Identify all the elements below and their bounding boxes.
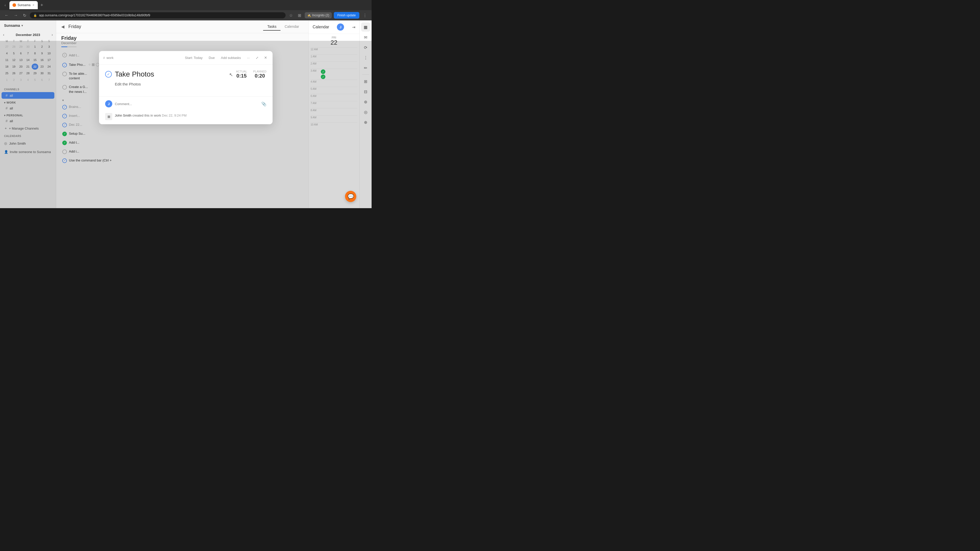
finish-update-button[interactable]: Finish update <box>334 12 360 19</box>
modal-channel: # work <box>103 56 114 60</box>
task-modal: # work Start: Today Due Add subtasks ···… <box>99 51 272 124</box>
modal-add-subtasks-btn[interactable]: Add subtasks <box>219 55 243 61</box>
calendar-title: December 2023 <box>16 33 40 37</box>
right-panel-expand-btn[interactable]: ⇥ <box>352 25 355 30</box>
calendar-header: ‹ December 2023 › <box>3 33 53 37</box>
modal-activity: ▦ John Smith created this in work Dec 22… <box>99 111 272 124</box>
tab-calendar[interactable]: Calendar <box>280 23 303 30</box>
actual-label: ACTUAL <box>236 70 247 73</box>
comment-attach-btn[interactable]: 📎 <box>261 102 266 106</box>
url-text: app.sunsama.com/group/17031827644696380?… <box>39 14 150 17</box>
activity-user: John Smith <box>115 114 131 118</box>
sidebar-header[interactable]: Sunsama ▾ <box>0 21 56 30</box>
modal-close-btn[interactable]: × <box>262 55 269 61</box>
lock-icon: 🔒 <box>33 14 37 17</box>
cal-prev-btn[interactable]: ‹ <box>3 33 4 37</box>
modal-expand-btn[interactable]: ⤢ <box>254 55 261 61</box>
browser-controls: ← → ↻ 🔒 app.sunsama.com/group/1703182764… <box>0 10 372 21</box>
activity-action: created this in work <box>132 114 162 118</box>
chat-fab-button[interactable]: 💬 <box>345 191 356 202</box>
new-tab-btn[interactable]: + <box>39 3 44 8</box>
incognito-badge[interactable]: 🕵 Incognito (2) <box>305 12 332 18</box>
modal-start-btn[interactable]: Start: Today <box>183 55 205 61</box>
nav-forward-btn[interactable]: → <box>12 12 19 19</box>
actual-value: 0:15 <box>236 73 247 79</box>
modal-task-title: Take Photos <box>115 70 226 79</box>
modal-header: # work Start: Today Due Add subtasks ···… <box>99 51 272 65</box>
main-tabs: Tasks Calendar <box>263 23 303 30</box>
modal-hash-icon: # <box>103 56 105 60</box>
incognito-icon: 🕵 <box>307 14 311 17</box>
tab-back-btn[interactable]: ‹ <box>3 2 7 8</box>
main-back-btn[interactable]: ◀ <box>61 24 64 29</box>
modal-due-btn[interactable]: Due <box>207 55 217 61</box>
tab-favicon <box>13 3 16 7</box>
app-name: Sunsama <box>4 24 20 27</box>
tab-title: Sunsama <box>18 3 30 7</box>
right-panel-header: Calendar J ⇥ <box>309 21 360 34</box>
modal-actions: Start: Today Due Add subtasks ··· ⤢ × <box>183 55 269 61</box>
main-header: ◀ Friday Tasks Calendar <box>56 21 308 33</box>
tab-close-btn[interactable]: × <box>32 3 35 7</box>
right-panel-avatar[interactable]: J <box>337 24 344 30</box>
cal-day-label: FRI <box>310 36 357 39</box>
cursor-icon: ↖ <box>229 72 233 78</box>
activity-time: Dec 22, 9:24 PM <box>162 114 186 118</box>
active-tab[interactable]: Sunsama × <box>10 1 38 9</box>
nav-reload-btn[interactable]: ↻ <box>21 12 28 19</box>
modal-task-header: Take Photos ↖ ACTUAL 0:15 PLANNED 0:20 <box>105 70 266 79</box>
planned-value: 0:20 <box>253 73 266 79</box>
modal-time-info: ACTUAL 0:15 PLANNED 0:20 <box>236 70 266 79</box>
comment-input[interactable] <box>115 102 259 106</box>
sidebar-toggle-btn[interactable]: ⊞ <box>296 12 303 19</box>
chat-icon: 💬 <box>348 193 354 200</box>
modal-body: Take Photos ↖ ACTUAL 0:15 PLANNED 0:20 <box>99 65 272 97</box>
cal-next-btn[interactable]: › <box>52 33 53 37</box>
tab-bar: Sunsama × + <box>10 0 369 10</box>
activity-text: John Smith created this in work Dec 22, … <box>115 113 186 118</box>
address-bar[interactable]: 🔒 app.sunsama.com/group/1703182764469638… <box>30 12 286 18</box>
right-panel-title: Calendar <box>313 25 329 29</box>
main-date-title: Friday <box>68 24 81 29</box>
modal-overlay[interactable]: # work Start: Today Due Add subtasks ···… <box>0 41 372 208</box>
planned-label: PLANNED <box>253 70 266 73</box>
icon-strip-mail-btn[interactable]: ✉ <box>361 33 370 42</box>
incognito-label: Incognito (2) <box>312 14 329 17</box>
browser-menu-btn[interactable]: ⋮ <box>361 12 369 19</box>
activity-calendar-icon: ▦ <box>105 113 112 120</box>
modal-task-checkbox[interactable] <box>105 71 112 78</box>
nav-back-btn[interactable]: ← <box>3 12 10 19</box>
app-container: Sunsama ▾ ‹ December 2023 › M T W T F S <box>0 21 372 208</box>
app-chevron-icon: ▾ <box>21 24 23 27</box>
icon-strip-calendar-btn[interactable]: ▦ <box>361 22 370 32</box>
browser-chrome: ‹ Sunsama × + <box>0 0 372 10</box>
tab-tasks[interactable]: Tasks <box>263 23 280 30</box>
modal-more-btn[interactable]: ··· <box>245 55 252 61</box>
modal-comment-area: J 📎 <box>99 97 272 111</box>
bookmark-btn[interactable]: ☆ <box>288 12 294 19</box>
modal-task-subtitle: Edit the Photos <box>115 82 266 86</box>
modal-channel-name: work <box>107 56 113 60</box>
comment-avatar: J <box>105 100 112 107</box>
date-label: Friday <box>61 35 303 41</box>
